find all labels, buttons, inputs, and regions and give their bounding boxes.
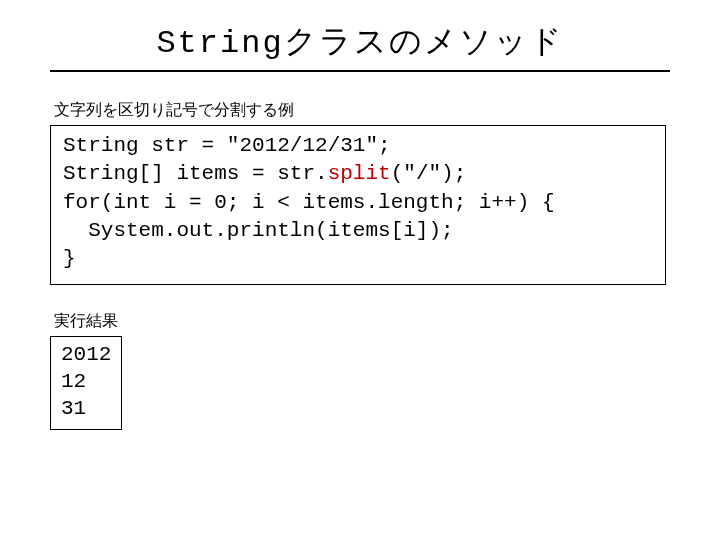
- slide: Stringクラスのメソッド 文字列を区切り記号で分割する例 String st…: [0, 0, 720, 430]
- slide-title: Stringクラスのメソッド: [156, 25, 563, 62]
- code-box: String str = "2012/12/31"; String[] item…: [50, 125, 666, 285]
- code-line-5: }: [63, 245, 653, 273]
- result-line-1: 2012: [61, 341, 111, 368]
- code-line-2: String[] items = str.split("/");: [63, 160, 653, 188]
- code-fragment: String[] items = str.: [63, 162, 328, 185]
- highlight-method: split: [328, 162, 391, 185]
- result-line-3: 31: [61, 395, 111, 422]
- code-section-label: 文字列を区切り記号で分割する例: [54, 100, 670, 121]
- title-area: Stringクラスのメソッド: [50, 20, 670, 72]
- code-line-4: System.out.println(items[i]);: [63, 217, 653, 245]
- code-line-1: String str = "2012/12/31";: [63, 132, 653, 160]
- code-line-3: for(int i = 0; i < items.length; i++) {: [63, 189, 653, 217]
- result-line-2: 12: [61, 368, 111, 395]
- result-box: 2012 12 31: [50, 336, 122, 430]
- result-section-label: 実行結果: [54, 311, 670, 332]
- code-fragment: ("/");: [391, 162, 467, 185]
